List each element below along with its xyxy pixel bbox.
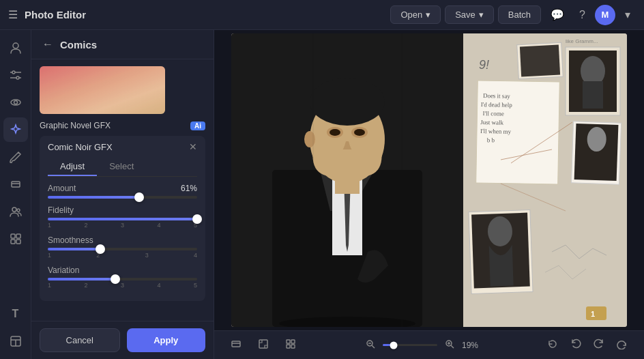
smoothness-slider-group: Smoothness 1 2 3 4	[48, 235, 197, 259]
panel-header: ← Comics	[31, 30, 214, 59]
text-tool-button[interactable]: T	[3, 302, 28, 326]
svg-point-35	[330, 129, 340, 136]
var-tick-3: 3	[121, 282, 124, 289]
panel-footer: Cancel Apply	[31, 321, 214, 359]
svg-rect-16	[16, 240, 20, 244]
canvas-toolbar: 19%	[214, 330, 644, 359]
tab-adjust[interactable]: Adjust	[48, 158, 97, 176]
effects-tool-button[interactable]	[3, 117, 28, 142]
chat-button[interactable]: 💬	[545, 5, 570, 24]
batch-button[interactable]: Batch	[498, 5, 541, 24]
fidelity-slider-track[interactable]	[48, 218, 197, 220]
zoom-controls: 19%	[361, 337, 482, 354]
undo-redo-group	[542, 336, 633, 354]
svg-point-2	[16, 76, 19, 79]
topbar: ☰ Photo Editor Open ▾ Save ▾ Batch 💬 ? M…	[0, 0, 644, 30]
svg-rect-74	[291, 340, 295, 343]
apply-button[interactable]: Apply	[127, 328, 206, 352]
variation-slider-thumb[interactable]	[111, 274, 120, 284]
zoom-in-button[interactable]	[440, 337, 459, 354]
save-chevron-icon: ▾	[479, 10, 484, 20]
svg-rect-13	[11, 234, 15, 238]
open-button[interactable]: Open ▾	[390, 5, 441, 24]
svg-rect-9	[12, 182, 20, 187]
smoothness-slider-thumb[interactable]	[96, 244, 105, 254]
var-tick-5: 5	[194, 282, 197, 289]
panel-back-button[interactable]: ←	[41, 37, 55, 52]
amount-label-row: Amount 61%	[48, 184, 197, 193]
menu-icon[interactable]: ☰	[8, 8, 18, 21]
eye-tool-button[interactable]	[3, 90, 28, 115]
text-icon: T	[12, 308, 19, 320]
graphic-novel-text: Graphic Novel GFX	[40, 121, 111, 130]
svg-point-1	[12, 71, 15, 74]
svg-point-11	[12, 207, 16, 212]
smooth-tick-1: 1	[48, 252, 51, 259]
smoothness-label-row: Smoothness	[48, 235, 197, 245]
amount-slider-track[interactable]	[48, 196, 197, 199]
side-panel: ← Comics Graphic Novel GFX Ai Comic Noir…	[31, 30, 214, 359]
zoom-out-button[interactable]	[361, 337, 380, 354]
help-button[interactable]: ?	[574, 6, 591, 24]
smooth-tick-4: 4	[194, 252, 197, 259]
smoothness-slider-track[interactable]	[48, 248, 197, 250]
fidelity-slider-fill	[48, 218, 197, 220]
comic-noir-close-button[interactable]: ✕	[189, 141, 197, 152]
amount-slider-thumb[interactable]	[134, 192, 144, 202]
tick-2: 2	[84, 222, 87, 229]
svg-text:Just walk: Just walk	[480, 119, 503, 126]
template-tool-button[interactable]	[3, 329, 28, 354]
save-button[interactable]: Save ▾	[445, 5, 494, 24]
var-tick-4: 4	[157, 282, 160, 289]
amount-slider-group: Amount 61%	[48, 184, 197, 199]
thumbnail-image	[40, 66, 165, 114]
cancel-button[interactable]: Cancel	[40, 328, 120, 352]
fidelity-slider-thumb[interactable]	[192, 214, 202, 224]
avatar[interactable]: M	[595, 5, 615, 25]
variation-slider-track[interactable]	[48, 278, 197, 281]
amount-label: Amount	[48, 184, 76, 193]
rotate-left-button[interactable]	[542, 336, 564, 354]
redo-button[interactable]	[588, 336, 610, 354]
svg-rect-14	[16, 234, 20, 238]
svg-line-83	[451, 345, 454, 348]
open-chevron-icon: ▾	[426, 10, 430, 20]
smooth-tick-3: 3	[145, 252, 149, 259]
svg-line-79	[372, 345, 375, 348]
variation-slider-group: Variation 1 2 3 4 5	[48, 265, 197, 289]
svg-rect-76	[291, 345, 295, 348]
tab-select[interactable]: Select	[97, 158, 146, 176]
svg-text:Does it say: Does it say	[483, 92, 511, 100]
zoom-value: 19%	[462, 341, 482, 350]
person-tool-button[interactable]	[3, 35, 28, 60]
people-tool-button[interactable]	[3, 199, 28, 224]
comic-noir-title: Comic Noir GFX	[48, 142, 113, 152]
account-chevron-icon[interactable]: ▾	[619, 5, 636, 24]
history-button[interactable]	[611, 336, 633, 354]
topbar-actions: Open ▾ Save ▾ Batch 💬 ? M ▾	[390, 5, 636, 25]
canvas-content: Does it say I'd dead help I'll come Just…	[214, 30, 644, 330]
layer-tool-button[interactable]	[225, 336, 247, 354]
svg-text:b b: b b	[487, 137, 495, 143]
zoom-slider-thumb[interactable]	[390, 341, 398, 349]
grid-view-button[interactable]	[280, 336, 302, 354]
svg-point-12	[17, 209, 20, 212]
comic-noir-header: Comic Noir GFX ✕	[48, 141, 197, 152]
var-tick-1: 1	[48, 282, 51, 289]
fidelity-slider-group: Fidelity 1 2 3 4 5	[48, 205, 197, 229]
smoothness-ticks: 1 2 3 4	[48, 252, 197, 259]
transform-tool-button[interactable]	[252, 336, 274, 354]
layers-tool-button[interactable]	[3, 172, 28, 197]
adjustments-tool-button[interactable]	[3, 63, 28, 87]
variation-ticks: 1 2 3 4 5	[48, 282, 197, 289]
svg-point-32	[310, 78, 385, 126]
brush-tool-button[interactable]	[3, 145, 28, 169]
undo-button[interactable]	[565, 336, 587, 354]
tabs: Adjust Select	[48, 158, 197, 177]
amount-value: 61%	[181, 184, 197, 193]
zoom-slider-track[interactable]	[383, 344, 437, 346]
left-icon-bar: T	[0, 30, 31, 359]
graphic-novel-label-row: Graphic Novel GFX Ai	[31, 118, 214, 132]
grid-tool-button[interactable]	[3, 227, 28, 251]
comic-noir-section: Comic Noir GFX ✕ Adjust Select Amount 61…	[40, 136, 205, 301]
